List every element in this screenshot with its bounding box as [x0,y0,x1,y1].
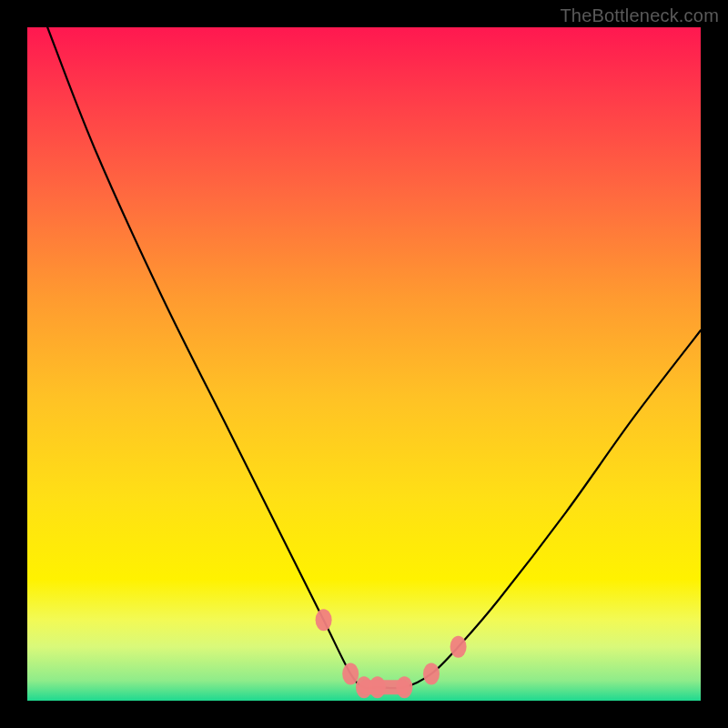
bottleneck-curve-path [47,27,701,688]
curve-marker [423,662,440,684]
curve-svg [27,27,701,701]
chart-frame: TheBottleneck.com [0,0,728,728]
watermark-text: TheBottleneck.com [560,5,719,26]
curve-marker [342,662,359,684]
curve-bottom-bar [359,680,410,694]
plot-area [27,27,701,701]
curve-marker [450,636,467,658]
marker-group [316,609,467,698]
curve-marker [316,609,332,631]
